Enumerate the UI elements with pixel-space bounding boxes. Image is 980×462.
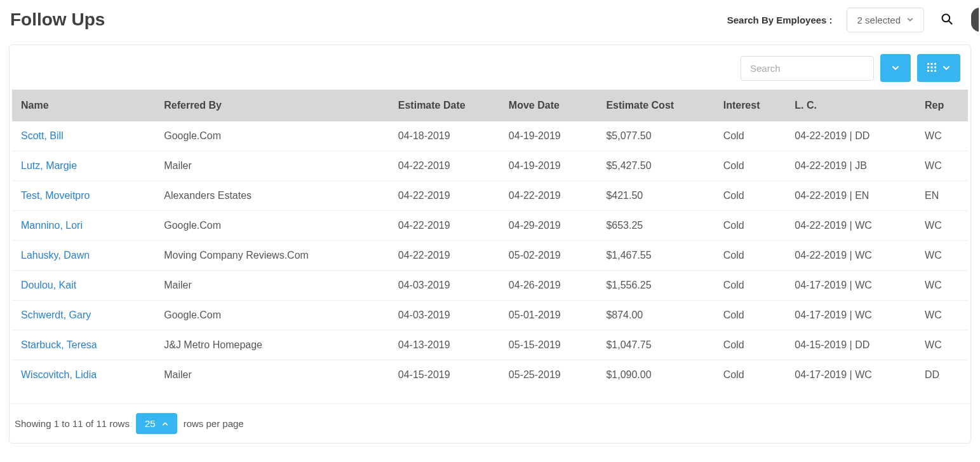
- col-name[interactable]: Name: [12, 90, 155, 121]
- name-link[interactable]: Test, Moveitpro: [21, 190, 90, 201]
- col-estimate-cost[interactable]: Estimate Cost: [597, 90, 714, 121]
- svg-rect-3: [931, 63, 933, 65]
- table-row: Scott, BillGoogle.Com04-18-201904-19-201…: [12, 121, 968, 151]
- cell-interest: Cold: [715, 271, 786, 301]
- cell-estimate-cost: $5,077.50: [597, 121, 714, 151]
- col-referred-by[interactable]: Referred By: [155, 90, 389, 121]
- global-search-button[interactable]: [938, 10, 956, 30]
- cell-rep: DD: [916, 360, 968, 390]
- cell-move-date: 05-01-2019: [500, 301, 598, 330]
- cell-rep: WC: [916, 121, 968, 151]
- search-icon: [941, 18, 953, 27]
- cell-lc: 04-22-2019 | WC: [786, 211, 916, 241]
- cell-estimate-cost: $1,047.75: [597, 330, 714, 360]
- svg-rect-8: [927, 70, 929, 72]
- name-link[interactable]: Lahusky, Dawn: [21, 250, 90, 261]
- cell-lc: 04-22-2019 | JB: [786, 151, 916, 181]
- table-wrap: Name Referred By Estimate Date Move Date…: [10, 90, 970, 404]
- svg-rect-7: [934, 66, 936, 68]
- page-title: Follow Ups: [10, 10, 105, 30]
- cell-interest: Cold: [715, 181, 786, 211]
- col-rep[interactable]: Rep: [916, 90, 968, 121]
- col-move-date[interactable]: Move Date: [500, 90, 598, 121]
- cell-interest: Cold: [715, 360, 786, 390]
- cell-interest: Cold: [715, 211, 786, 241]
- avatar[interactable]: [970, 6, 980, 33]
- name-link[interactable]: Wiscovitch, Lidia: [21, 369, 97, 380]
- cell-lc: 04-17-2019 | WC: [786, 271, 916, 301]
- cell-move-date: 04-22-2019: [500, 181, 598, 211]
- followups-table: Name Referred By Estimate Date Move Date…: [12, 90, 968, 390]
- toolbar-dropdown-button[interactable]: [880, 54, 911, 82]
- name-link[interactable]: Mannino, Lori: [21, 220, 83, 231]
- cell-referred-by: Mailer: [155, 151, 389, 181]
- name-link[interactable]: Schwerdt, Gary: [21, 309, 91, 320]
- search-by-employees-label: Search By Employees :: [727, 15, 833, 25]
- cell-estimate-date: 04-13-2019: [389, 330, 500, 360]
- cell-referred-by: Alexanders Estates: [155, 181, 389, 211]
- table-toolbar: [10, 45, 970, 90]
- rows-per-page-label: rows per page: [184, 418, 244, 429]
- cell-referred-by: Google.Com: [155, 121, 389, 151]
- cell-estimate-cost: $1,467.55: [597, 241, 714, 271]
- cell-move-date: 05-02-2019: [500, 241, 598, 271]
- followups-card: Name Referred By Estimate Date Move Date…: [9, 44, 971, 444]
- table-header-row: Name Referred By Estimate Date Move Date…: [12, 90, 968, 121]
- cell-referred-by: J&J Metro Homepage: [155, 330, 389, 360]
- table-search-input[interactable]: [741, 56, 874, 81]
- table-row: Wiscovitch, LidiaMailer04-15-201905-25-2…: [12, 360, 968, 390]
- col-estimate-date[interactable]: Estimate Date: [389, 90, 500, 121]
- cell-estimate-date: 04-22-2019: [389, 211, 500, 241]
- name-link[interactable]: Starbuck, Teresa: [21, 339, 97, 350]
- col-lc[interactable]: L. C.: [786, 90, 916, 121]
- cell-interest: Cold: [715, 330, 786, 360]
- table-footer: Showing 1 to 11 of 11 rows 25 rows per p…: [10, 404, 970, 443]
- cell-lc: 04-22-2019 | DD: [786, 121, 916, 151]
- cell-estimate-cost: $874.00: [597, 301, 714, 330]
- header-actions: Search By Employees : 2 selected: [727, 6, 970, 33]
- cell-move-date: 04-29-2019: [500, 211, 598, 241]
- table-row: Schwerdt, GaryGoogle.Com04-03-201905-01-…: [12, 301, 968, 330]
- cell-rep: WC: [916, 211, 968, 241]
- cell-referred-by: Mailer: [155, 271, 389, 301]
- cell-referred-by: Mailer: [155, 360, 389, 390]
- name-link[interactable]: Lutz, Margie: [21, 160, 77, 171]
- table-scroll[interactable]: Name Referred By Estimate Date Move Date…: [12, 90, 968, 393]
- cell-rep: WC: [916, 241, 968, 271]
- cell-lc: 04-17-2019 | WC: [786, 360, 916, 390]
- cell-estimate-date: 04-18-2019: [389, 121, 500, 151]
- cell-estimate-cost: $421.50: [597, 181, 714, 211]
- cell-move-date: 04-19-2019: [500, 121, 598, 151]
- svg-line-1: [949, 20, 952, 24]
- page-size-select[interactable]: 25: [136, 413, 177, 434]
- cell-estimate-date: 04-22-2019: [389, 241, 500, 271]
- toolbar-columns-button[interactable]: [917, 54, 960, 82]
- name-link[interactable]: Doulou, Kait: [21, 280, 76, 290]
- cell-rep: WC: [916, 151, 968, 181]
- svg-rect-5: [927, 66, 929, 68]
- cell-referred-by: Google.Com: [155, 301, 389, 330]
- showing-text: Showing 1 to 11 of 11 rows: [15, 418, 130, 429]
- chevron-down-icon: [943, 64, 950, 72]
- cell-estimate-date: 04-22-2019: [389, 151, 500, 181]
- cell-interest: Cold: [715, 121, 786, 151]
- page-size-value: 25: [145, 418, 156, 429]
- table-row: Doulou, KaitMailer04-03-201904-26-2019$1…: [12, 271, 968, 301]
- employees-selected-text: 2 selected: [857, 15, 901, 25]
- cell-interest: Cold: [715, 241, 786, 271]
- name-link[interactable]: Scott, Bill: [21, 130, 64, 141]
- cell-estimate-date: 04-03-2019: [389, 271, 500, 301]
- cell-move-date: 05-25-2019: [500, 360, 598, 390]
- page-header: Follow Ups Search By Employees : 2 selec…: [0, 0, 980, 44]
- col-interest[interactable]: Interest: [715, 90, 786, 121]
- cell-lc: 04-17-2019 | WC: [786, 301, 916, 330]
- cell-estimate-cost: $1,556.25: [597, 271, 714, 301]
- svg-rect-10: [934, 70, 936, 72]
- cell-interest: Cold: [715, 151, 786, 181]
- cell-move-date: 05-15-2019: [500, 330, 598, 360]
- chevron-up-icon: [162, 421, 168, 427]
- cell-move-date: 04-26-2019: [500, 271, 598, 301]
- table-row: Starbuck, TeresaJ&J Metro Homepage04-13-…: [12, 330, 968, 360]
- employees-select[interactable]: 2 selected: [847, 8, 924, 32]
- cell-move-date: 04-19-2019: [500, 151, 598, 181]
